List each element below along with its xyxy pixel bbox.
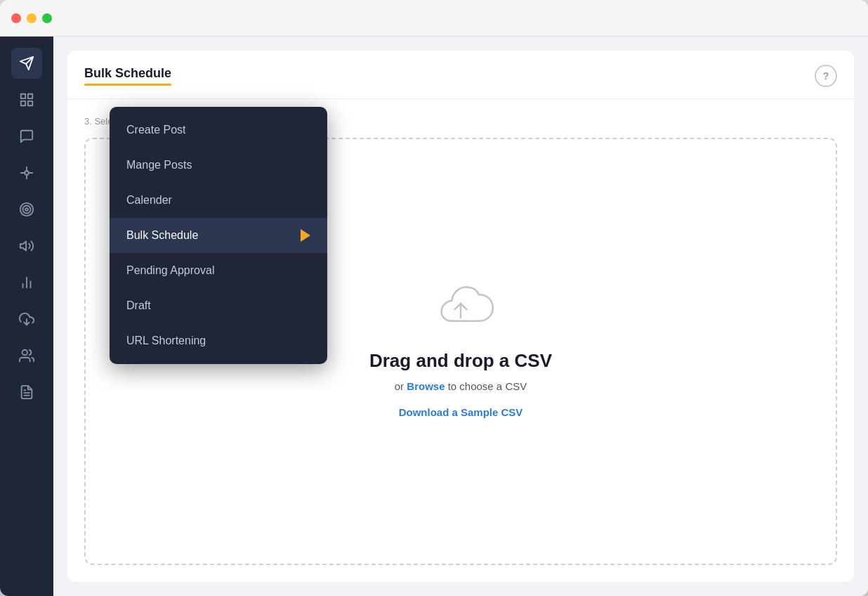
app-body: Bulk Schedule ? 3. Select Accounts — [0, 37, 868, 596]
page-header: Bulk Schedule ? — [67, 51, 854, 99]
upload-choose-text: to choose a CSV — [445, 380, 527, 392]
active-arrow-icon — [301, 229, 310, 242]
menu-item-calender[interactable]: Calender — [110, 183, 327, 218]
help-button[interactable]: ? — [815, 65, 837, 87]
menu-item-bulk-schedule[interactable]: Bulk Schedule — [110, 218, 327, 253]
sidebar-item-send[interactable] — [11, 48, 42, 79]
menu-item-url-shortening-label: URL Shortening — [126, 335, 206, 347]
maximize-button[interactable] — [42, 13, 52, 23]
sidebar-item-target[interactable] — [11, 194, 42, 225]
menu-item-mange-posts-label: Mange Posts — [126, 159, 192, 171]
traffic-lights — [11, 13, 52, 23]
menu-item-draft[interactable]: Draft — [110, 288, 327, 323]
svg-rect-4 — [28, 101, 32, 105]
menu-item-calender-label: Calender — [126, 194, 172, 207]
sidebar-item-inbox[interactable] — [11, 304, 42, 335]
upload-subtitle: or Browse to choose a CSV — [395, 380, 527, 392]
menu-item-create-post[interactable]: Create Post — [110, 112, 327, 148]
titlebar — [0, 0, 868, 37]
sidebar-item-analytics[interactable] — [11, 267, 42, 298]
sidebar-item-chat[interactable] — [11, 121, 42, 152]
sidebar-item-megaphone[interactable] — [11, 231, 42, 261]
cloud-upload-icon — [426, 285, 496, 342]
sample-csv-link[interactable]: Download a Sample CSV — [399, 406, 523, 418]
sidebar-item-reports[interactable] — [11, 377, 42, 408]
svg-marker-14 — [20, 242, 26, 251]
page-title-wrap: Bulk Schedule — [84, 66, 171, 86]
browse-link[interactable]: Browse — [407, 380, 445, 392]
svg-point-19 — [22, 350, 27, 355]
app-window: Bulk Schedule ? 3. Select Accounts — [0, 0, 868, 596]
svg-point-13 — [25, 208, 28, 211]
title-underline — [84, 84, 171, 86]
svg-rect-5 — [21, 101, 25, 105]
menu-item-mange-posts[interactable]: Mange Posts — [110, 148, 327, 183]
menu-item-create-post-label: Create Post — [126, 124, 185, 136]
menu-item-draft-label: Draft — [126, 299, 151, 312]
sidebar — [0, 37, 53, 596]
sidebar-item-audience[interactable] — [11, 340, 42, 371]
minimize-button[interactable] — [27, 13, 37, 23]
menu-item-pending-approval[interactable]: Pending Approval — [110, 253, 327, 288]
page-title: Bulk Schedule — [84, 66, 171, 81]
sidebar-item-dashboard[interactable] — [11, 84, 42, 115]
sidebar-item-network[interactable] — [11, 157, 42, 188]
main-content: Bulk Schedule ? 3. Select Accounts — [53, 37, 868, 596]
dropdown-menu: Create Post Mange Posts Calender Bulk Sc… — [110, 107, 327, 364]
menu-item-pending-approval-label: Pending Approval — [126, 264, 214, 277]
close-button[interactable] — [11, 13, 21, 23]
menu-item-bulk-schedule-label: Bulk Schedule — [126, 229, 198, 242]
menu-item-url-shortening[interactable]: URL Shortening — [110, 323, 327, 358]
svg-rect-2 — [21, 94, 25, 98]
upload-title: Drag and drop a CSV — [369, 350, 552, 372]
svg-point-12 — [23, 206, 31, 214]
upload-or-text: or — [395, 380, 407, 392]
svg-rect-3 — [28, 94, 32, 98]
